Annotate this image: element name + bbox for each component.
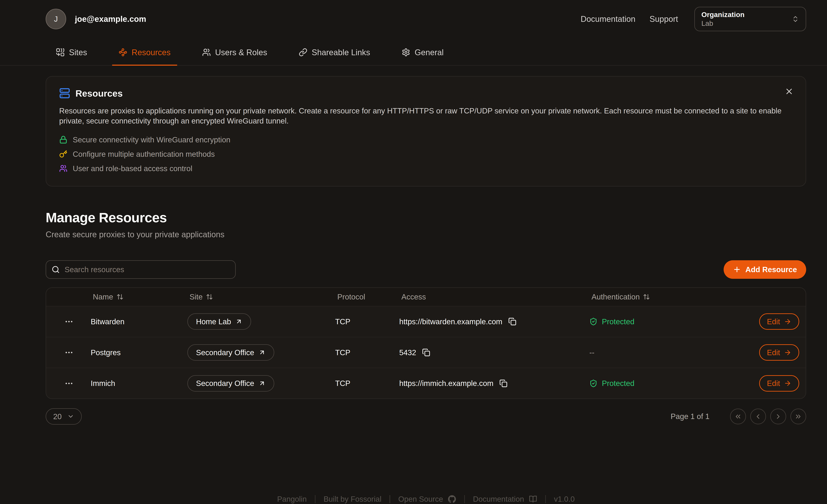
chevron-right-icon [774,413,782,420]
table-header-row: Name Site Protocol Access Authentication [46,288,806,306]
edit-button[interactable]: Edit [759,375,799,392]
site-link-button[interactable]: Secondary Office [187,375,274,392]
page-subtitle: Create secure proxies to your private ap… [46,230,806,239]
close-icon[interactable] [784,87,794,96]
documentation-link[interactable]: Documentation [581,14,635,23]
copy-icon[interactable] [422,348,430,356]
feature-item: Configure multiple authentication method… [59,150,793,159]
resources-info-card: Resources Resources are proxies to appli… [46,76,806,187]
footer-documentation-label: Documentation [473,495,524,504]
edit-cell: Edit [737,344,806,361]
org-switcher[interactable]: Organization Lab [694,7,806,31]
edit-button[interactable]: Edit [759,344,799,361]
site-link-button[interactable]: Secondary Office [187,344,274,361]
site-link-button[interactable]: Home Lab [187,313,251,330]
row-menu-button[interactable] [46,317,82,326]
table-row: Bitwarden Home Lab TCP https://bitwarden… [46,306,806,337]
chevrons-up-down-icon [792,15,799,23]
access-cell: 5432 [391,348,581,357]
access-port: 5432 [399,348,416,357]
footer: Pangolin Built by Fossorial Open Source … [0,495,827,504]
tab-sites[interactable]: Sites [49,41,94,65]
tab-label: Sites [69,48,87,57]
site-cell: Secondary Office [179,344,326,361]
edit-label: Edit [767,379,780,388]
arrow-up-right-icon [235,318,242,325]
protocol: TCP [327,317,391,326]
row-menu-button[interactable] [46,348,82,357]
edit-cell: Edit [737,375,806,392]
footer-open-source-link[interactable]: Open Source [398,495,456,504]
page-title: Manage Resources [46,210,806,225]
chevron-down-icon [67,413,74,420]
page-heading: Manage Resources Create secure proxies t… [46,210,806,239]
first-page-button[interactable] [730,409,746,424]
footer-brand: Pangolin [277,495,307,504]
search-input[interactable] [46,260,236,279]
site-name: Secondary Office [196,348,254,357]
column-header-site[interactable]: Site [179,292,326,301]
protected-badge: Protected [589,379,634,388]
edit-label: Edit [767,317,780,326]
edit-button[interactable]: Edit [759,313,799,330]
table-row: Immich Secondary Office TCP https://immi… [46,368,806,399]
add-resource-button[interactable]: Add Resource [724,260,806,279]
arrow-right-icon [784,349,791,356]
tab-bar: Sites Resources Users & Roles Shareable … [0,38,827,66]
tab-resources[interactable]: Resources [112,41,177,65]
tab-general[interactable]: General [395,41,450,65]
footer-open-source-label: Open Source [398,495,443,504]
feature-list: Secure connectivity with WireGuard encry… [59,135,793,173]
copy-icon[interactable] [508,317,517,325]
key-icon [59,150,67,158]
link-icon [299,48,307,57]
column-header-protocol: Protocol [327,292,391,301]
page-size-value: 20 [53,412,62,421]
chevrons-left-icon [734,413,742,420]
prev-page-button[interactable] [750,409,766,424]
github-icon [448,495,456,503]
column-label: Access [401,292,426,301]
column-header-name[interactable]: Name [82,292,179,301]
auth-cell: -- [581,348,737,357]
copy-icon[interactable] [499,379,507,388]
add-resource-label: Add Resource [745,265,797,274]
access-url: https://bitwarden.example.com [399,317,502,326]
footer-built-by: Built by Fossorial [324,495,381,504]
last-page-button[interactable] [790,409,806,424]
feature-text: Secure connectivity with WireGuard encry… [73,135,230,144]
waypoints-icon [118,48,127,57]
auth-status: Protected [602,317,634,326]
lock-icon [59,136,67,144]
feature-text: Configure multiple authentication method… [73,150,215,159]
book-open-icon [529,495,537,503]
avatar[interactable]: J [46,9,66,29]
site-cell: Secondary Office [179,375,326,392]
tab-users-roles[interactable]: Users & Roles [195,41,274,65]
tab-shareable-links[interactable]: Shareable Links [292,41,377,65]
next-page-button[interactable] [770,409,786,424]
footer-divider [545,495,546,503]
org-switcher-value: Lab [701,19,744,28]
pager-controls: Page 1 of 1 [671,409,806,424]
plus-icon [733,265,741,273]
tab-label: General [415,48,444,57]
footer-documentation-link[interactable]: Documentation [473,495,537,504]
feature-text: User and role-based access control [73,164,192,173]
shield-check-icon [589,317,597,325]
resource-name: Postgres [82,348,179,357]
info-card-header: Resources [59,88,793,99]
org-switcher-label: Organization [701,10,744,19]
footer-divider [390,495,390,503]
header-nav: Documentation Support Organization Lab [581,7,806,31]
column-header-authentication[interactable]: Authentication [581,292,737,301]
combine-icon [56,48,65,57]
sort-arrows-icon [643,293,650,300]
row-menu-button[interactable] [46,379,82,388]
column-header-access: Access [391,292,581,301]
feature-item: User and role-based access control [59,164,793,173]
footer-divider [315,495,315,503]
org-texts: Organization Lab [701,10,744,28]
page-size-select[interactable]: 20 [46,408,82,424]
support-link[interactable]: Support [649,14,678,23]
